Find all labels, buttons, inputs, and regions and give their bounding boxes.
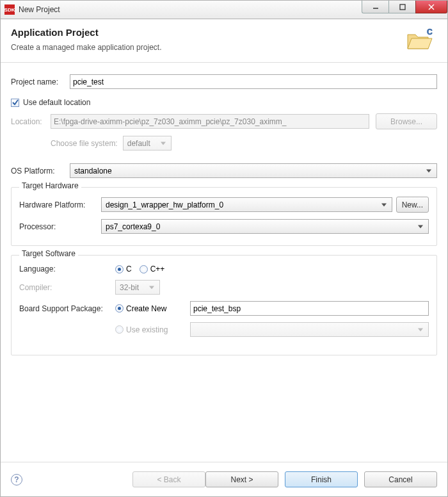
compiler-select: 32-bit (115, 280, 160, 295)
wizard-footer: ? < Back Next > Finish Cancel (1, 462, 447, 496)
choose-filesystem-value: default (127, 139, 150, 148)
bsp-create-new-label: Create New (126, 304, 177, 313)
target-hardware-group: Target Hardware Hardware Platform: desig… (11, 187, 437, 246)
page-title: Application Project (11, 27, 437, 38)
chevron-down-icon (161, 142, 166, 145)
target-software-group: Target Software Language: C C++ Compiler… (11, 255, 437, 355)
wizard-header: Application Project Create a managed mak… (1, 19, 447, 63)
bsp-label: Board Support Package: (19, 304, 115, 313)
processor-value: ps7_cortexa9_0 (106, 222, 160, 231)
os-platform-value: standalone (74, 167, 112, 175)
close-button[interactable] (415, 1, 447, 13)
target-hardware-legend: Target Hardware (19, 181, 81, 190)
project-name-label: Project name: (11, 77, 70, 86)
location-input (51, 114, 369, 129)
c-project-icon: C (405, 26, 435, 53)
new-hardware-button[interactable]: New... (396, 197, 429, 213)
compiler-label: Compiler: (19, 283, 115, 292)
use-default-location-checkbox[interactable] (11, 99, 19, 107)
processor-label: Processor: (19, 222, 101, 231)
window-title: New Project (19, 5, 60, 14)
svg-rect-1 (400, 4, 405, 10)
cancel-button[interactable]: Cancel (364, 471, 437, 487)
choose-filesystem-label: Choose file system: (51, 139, 118, 148)
language-c-radio[interactable] (115, 265, 124, 273)
os-platform-select[interactable]: standalone (70, 163, 437, 178)
hardware-platform-select[interactable]: design_1_wrapper_hw_platform_0 (101, 197, 392, 212)
processor-select[interactable]: ps7_cortexa9_0 (101, 219, 429, 234)
window-controls (362, 1, 447, 13)
choose-filesystem-select: default (123, 136, 172, 151)
app-icon: SDK (4, 4, 15, 15)
help-icon[interactable]: ? (11, 474, 22, 485)
bsp-existing-select (190, 322, 429, 337)
bsp-name-input[interactable] (190, 301, 429, 316)
bsp-create-new-radio[interactable] (115, 304, 124, 313)
chevron-down-icon (149, 286, 154, 289)
hardware-platform-label: Hardware Platform: (19, 200, 101, 209)
language-cpp-label: C++ (150, 265, 165, 273)
back-button: < Back (132, 471, 205, 487)
target-software-legend: Target Software (19, 249, 78, 258)
project-name-input[interactable] (70, 74, 437, 89)
page-subtitle: Create a managed make application projec… (11, 43, 437, 52)
chevron-down-icon (426, 169, 431, 172)
browse-button: Browse... (376, 113, 437, 129)
chevron-down-icon (418, 328, 423, 331)
bsp-use-existing-label: Use existing (126, 325, 177, 334)
finish-button[interactable]: Finish (285, 471, 358, 487)
chevron-down-icon (381, 203, 387, 206)
titlebar: SDK New Project (0, 0, 448, 19)
language-c-label: C (126, 265, 132, 273)
language-cpp-radio[interactable] (140, 265, 148, 273)
hardware-platform-value: design_1_wrapper_hw_platform_0 (106, 200, 223, 209)
language-label: Language: (19, 265, 115, 273)
bsp-use-existing-radio (115, 325, 124, 334)
location-label: Location: (11, 117, 51, 126)
use-default-location-label: Use default location (23, 98, 90, 107)
next-button[interactable]: Next > (205, 471, 278, 487)
svg-text:C: C (427, 28, 433, 37)
maximize-button[interactable] (388, 1, 415, 13)
compiler-value: 32-bit (120, 283, 139, 292)
os-platform-label: OS Platform: (11, 167, 70, 175)
minimize-button[interactable] (362, 1, 388, 13)
chevron-down-icon (418, 225, 423, 228)
